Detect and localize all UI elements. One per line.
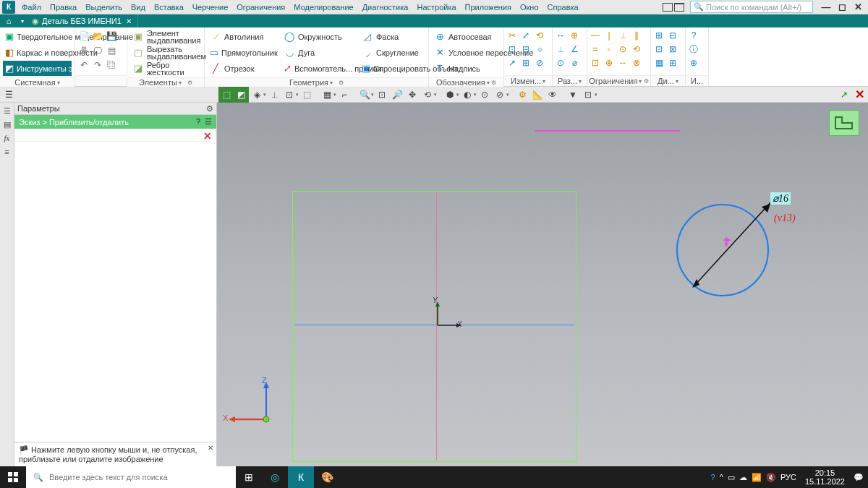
qa-props[interactable]: ▤ xyxy=(105,44,118,57)
vt-sections[interactable]: ⊘ xyxy=(493,87,507,102)
qa-open[interactable]: 📂 xyxy=(91,30,104,43)
btn-rib[interactable]: ◪Реброжесткости xyxy=(130,61,208,76)
vt-snap[interactable]: ⌐ xyxy=(337,87,352,102)
con-5[interactable]: = xyxy=(589,43,602,56)
edit-8[interactable]: ⊞ xyxy=(519,56,532,69)
ls-list[interactable]: ≡ xyxy=(1,146,13,158)
diag-3[interactable]: ⊡ xyxy=(652,43,665,56)
con-2[interactable]: | xyxy=(603,29,616,42)
con-6[interactable]: ◦ xyxy=(603,43,616,56)
btn-autoline[interactable]: ⟋Автолиния xyxy=(208,29,278,44)
con-1[interactable]: — xyxy=(589,29,602,42)
menu-help[interactable]: Справка xyxy=(543,1,583,13)
mode-solid[interactable]: ▣Твердотельное моделирование xyxy=(3,29,72,44)
menu-constraints[interactable]: Ограничения xyxy=(232,1,289,13)
hint-close-icon[interactable]: ✕ xyxy=(208,444,213,452)
vt-perp[interactable]: ⟂ xyxy=(267,87,281,102)
con-3[interactable]: ⟂ xyxy=(616,29,629,42)
ls-params[interactable]: ☰ xyxy=(1,105,13,116)
home-tab[interactable]: ⌂ xyxy=(0,14,17,27)
vt-select[interactable]: ⊡ xyxy=(581,87,595,102)
vt-sketch[interactable]: ⬚ xyxy=(219,87,234,102)
btn-rectangle[interactable]: ▭Прямоугольник xyxy=(208,45,278,60)
layout-icon-2[interactable] xyxy=(674,3,684,12)
tray-cloud[interactable]: ☁ xyxy=(739,473,747,482)
tab-close-button[interactable]: ✕ xyxy=(124,17,133,25)
btn-chamfer[interactable]: ◿Фаска xyxy=(359,29,429,44)
vt-shaded[interactable]: ◐ xyxy=(460,87,475,102)
vt-eraser[interactable]: ◈ xyxy=(250,87,264,102)
close-button[interactable]: ✕ xyxy=(851,1,865,12)
tray-clock[interactable]: 20:15 15.11.2022 xyxy=(801,468,849,486)
dimension-value[interactable]: ⌀16 xyxy=(770,192,791,205)
menu-file[interactable]: Файл xyxy=(17,1,46,13)
btn-segment[interactable]: ╱Отрезок xyxy=(208,61,278,76)
vt-style[interactable]: ⬢ xyxy=(443,87,457,102)
vt-filter[interactable]: ▼ xyxy=(566,87,580,102)
vt-sketch2[interactable]: ◩ xyxy=(234,87,248,102)
taskbar-paint[interactable]: 🎨 xyxy=(314,466,340,488)
vt-persp[interactable]: ⊙ xyxy=(477,87,492,102)
vt-grid[interactable]: ▦ xyxy=(320,87,334,102)
tray-volume[interactable]: 🔇 xyxy=(766,473,776,482)
btn-arc[interactable]: ◡Дуга xyxy=(281,45,357,60)
edit-9[interactable]: ⊘ xyxy=(533,56,546,69)
vt-ortho[interactable]: ⬚ xyxy=(299,87,314,102)
edit-1[interactable]: ✂ xyxy=(506,29,519,42)
btn-aux-line[interactable]: ⤢Вспомогатель... прямая xyxy=(281,61,357,76)
con-12[interactable]: ⊗ xyxy=(630,56,643,69)
start-button[interactable] xyxy=(0,466,26,488)
vt-show[interactable]: 👁 xyxy=(545,87,560,102)
tray-notifications[interactable]: 💬 xyxy=(854,473,864,482)
diag-6[interactable]: ⊞ xyxy=(666,56,679,69)
qa-preview[interactable]: 🖵 xyxy=(91,44,104,57)
vt-accept[interactable]: ↗ xyxy=(837,87,851,102)
panel-gear-icon[interactable]: ⚙ xyxy=(206,104,213,114)
vt-zoomin[interactable]: 🔎 xyxy=(390,87,404,102)
dim-3[interactable]: ⟂ xyxy=(554,43,567,56)
btn-extrude[interactable]: ▣Элементвыдавливания xyxy=(130,29,208,44)
edit-2[interactable]: ⤢ xyxy=(519,29,532,42)
panel-menu-icon[interactable]: ☰ xyxy=(205,117,212,127)
menu-insert[interactable]: Вставка xyxy=(150,1,188,13)
vt-dim[interactable]: 📐 xyxy=(530,87,545,102)
con-4[interactable]: ∥ xyxy=(630,29,643,42)
dim-2[interactable]: ⊕ xyxy=(568,29,581,42)
viewport[interactable]: Y X ⌀16 (v13) Z X xyxy=(217,103,868,466)
panel-help-icon[interactable]: ? xyxy=(196,117,200,127)
tab-expand[interactable]: ▾ xyxy=(17,14,27,27)
vt-zoomfit[interactable]: 🔍 xyxy=(357,87,372,102)
misc-3[interactable]: ⊕ xyxy=(687,56,700,69)
qa-new[interactable]: 📄 xyxy=(77,30,90,43)
vt-cancel[interactable]: ✕ xyxy=(852,87,867,102)
vt-proj[interactable]: ⊡ xyxy=(282,87,297,102)
menu-view[interactable]: Вид xyxy=(127,1,150,13)
taskbar-edge[interactable]: ◎ xyxy=(262,466,288,488)
misc-2[interactable]: ⓘ xyxy=(687,43,700,56)
edit-7[interactable]: ↗ xyxy=(506,56,519,69)
btn-circle[interactable]: ◯Окружность xyxy=(281,29,357,44)
menu-edit[interactable]: Правка xyxy=(46,1,81,13)
con-8[interactable]: ⟲ xyxy=(630,43,643,56)
con-10[interactable]: ⊕ xyxy=(603,56,616,69)
vt-zoomwin[interactable]: ⊡ xyxy=(375,87,389,102)
edit-3[interactable]: ⟲ xyxy=(533,29,546,42)
mode-surface[interactable]: ◧Каркас и поверхности xyxy=(3,45,72,60)
btn-fillet[interactable]: ◞Скругление xyxy=(359,45,429,60)
tray-lang[interactable]: РУС xyxy=(780,473,796,481)
tray-up[interactable]: ^ xyxy=(720,473,723,481)
misc-1[interactable]: ? xyxy=(687,29,700,42)
panel-close-icon[interactable]: ✕ xyxy=(203,130,212,140)
ls-fx[interactable]: fx xyxy=(1,132,13,144)
edit-5[interactable]: ⊟ xyxy=(519,43,532,56)
tray-wifi[interactable]: 📶 xyxy=(752,473,762,482)
menu-diagnostics[interactable]: Диагностика xyxy=(358,1,413,13)
tray-battery[interactable]: ▭ xyxy=(728,473,735,482)
menu-select[interactable]: Выделить xyxy=(81,1,127,13)
qa-copy[interactable]: ⿻ xyxy=(105,59,118,72)
dim-1[interactable]: ↔ xyxy=(554,29,567,42)
sketch-mode-button[interactable] xyxy=(829,110,859,136)
con-11[interactable]: ↔ xyxy=(616,56,629,69)
task-view-button[interactable]: ⊞ xyxy=(236,466,262,488)
diag-1[interactable]: ⊞ xyxy=(652,29,665,42)
